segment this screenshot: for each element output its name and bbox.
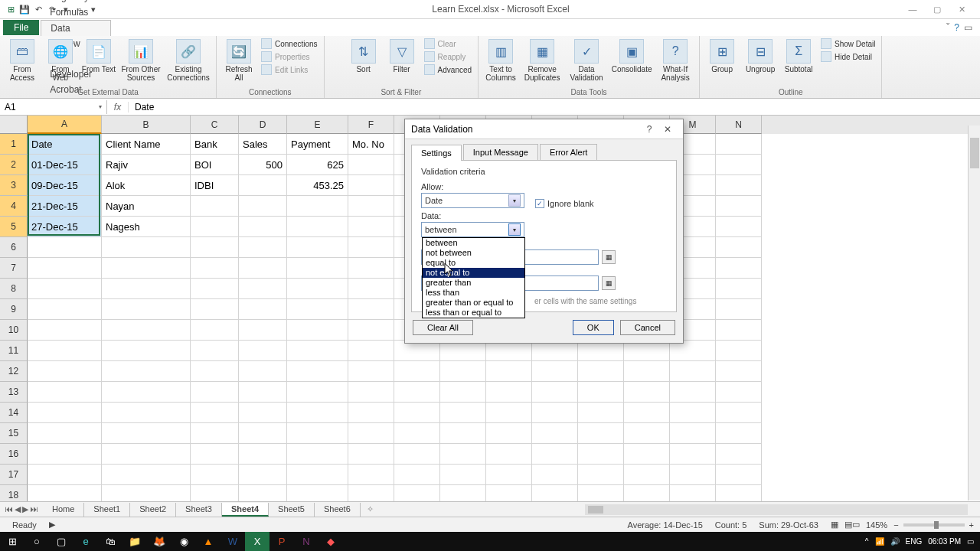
cell[interactable] — [670, 403, 716, 423]
cell[interactable]: 09-Dec-15 — [28, 175, 102, 196]
close-button[interactable]: ✕ — [951, 2, 972, 16]
row-header[interactable]: 8 — [0, 279, 28, 299]
cell[interactable] — [394, 465, 440, 485]
cell[interactable] — [716, 423, 762, 444]
dropdown-option[interactable]: not between — [423, 248, 524, 258]
macro-icon[interactable]: ▶ — [43, 520, 61, 530]
cell[interactable] — [578, 361, 624, 382]
cortana-icon[interactable]: ○ — [24, 532, 49, 551]
row-header[interactable]: 16 — [0, 444, 28, 465]
cell[interactable] — [348, 382, 394, 403]
tray-up-icon[interactable]: ^ — [865, 537, 869, 546]
cell[interactable] — [394, 341, 440, 361]
cell[interactable] — [486, 341, 532, 361]
cell[interactable] — [578, 465, 624, 485]
dialog-tab[interactable]: Error Alert — [540, 144, 598, 160]
cancel-button[interactable]: Cancel — [620, 320, 675, 335]
cell[interactable] — [28, 341, 102, 361]
column-header[interactable]: F — [348, 116, 394, 134]
cell[interactable] — [239, 423, 287, 444]
name-box[interactable]: A1▾ — [0, 100, 107, 114]
vlc-icon[interactable]: ▲ — [196, 532, 220, 551]
cell[interactable] — [191, 423, 239, 444]
cell[interactable] — [348, 279, 394, 299]
cell[interactable] — [102, 423, 191, 444]
ungroup-button[interactable]: ⊟Ungroup — [743, 37, 778, 73]
sheet-tab[interactable]: Sheet2 — [130, 503, 176, 517]
cell[interactable] — [486, 444, 532, 465]
cell[interactable] — [394, 361, 440, 382]
cell[interactable] — [239, 237, 287, 258]
reapply-button[interactable]: Reapply — [423, 51, 473, 63]
cell[interactable] — [102, 403, 191, 423]
cell[interactable] — [191, 258, 239, 279]
cell[interactable] — [578, 382, 624, 403]
cell[interactable] — [102, 299, 191, 320]
cell[interactable] — [440, 341, 486, 361]
sheet-nav-next-icon[interactable]: ▶ — [22, 504, 28, 514]
word-icon[interactable]: W — [220, 532, 245, 551]
cell[interactable] — [670, 382, 716, 403]
cell[interactable] — [716, 444, 762, 465]
dialog-titlebar[interactable]: Data Validation ? ✕ — [405, 119, 683, 139]
dialog-close-icon[interactable]: ✕ — [658, 124, 677, 135]
cell[interactable] — [716, 134, 762, 155]
cell[interactable] — [28, 237, 102, 258]
cell[interactable] — [28, 444, 102, 465]
view-normal-icon[interactable]: ▦ — [825, 520, 844, 530]
cell[interactable]: 453.25 — [287, 175, 348, 196]
cell[interactable] — [670, 465, 716, 485]
cell[interactable] — [532, 361, 578, 382]
cell[interactable] — [102, 444, 191, 465]
cell[interactable] — [287, 341, 348, 361]
cell[interactable] — [624, 341, 670, 361]
cell[interactable] — [716, 175, 762, 196]
cell[interactable] — [532, 403, 578, 423]
cell[interactable] — [670, 341, 716, 361]
cell[interactable] — [624, 465, 670, 485]
dialog-tab[interactable]: Input Message — [463, 144, 538, 160]
select-all-corner[interactable] — [0, 116, 28, 134]
from-web-button[interactable]: 🌐From Web — [43, 37, 78, 82]
cell[interactable] — [716, 361, 762, 382]
cell[interactable] — [624, 361, 670, 382]
cell[interactable] — [578, 444, 624, 465]
whatif-button[interactable]: ?What-If Analysis — [656, 37, 694, 82]
excel-taskbar-icon[interactable]: X — [245, 532, 270, 551]
cell[interactable] — [191, 237, 239, 258]
zoom-in-icon[interactable]: + — [969, 520, 974, 530]
cell[interactable] — [239, 382, 287, 403]
cell[interactable] — [102, 361, 191, 382]
cell[interactable] — [102, 382, 191, 403]
cell[interactable] — [716, 155, 762, 175]
cell[interactable] — [348, 444, 394, 465]
file-tab[interactable]: File — [3, 20, 39, 35]
zoom-slider[interactable] — [903, 523, 965, 527]
cell[interactable] — [287, 320, 348, 341]
cell[interactable] — [716, 320, 762, 341]
column-header[interactable]: N — [716, 116, 762, 134]
cell[interactable] — [239, 403, 287, 423]
zoom-level[interactable]: 145% — [860, 520, 893, 530]
formula-input[interactable]: Date — [129, 100, 980, 114]
volume-icon[interactable]: 🔊 — [890, 537, 900, 546]
row-header[interactable]: 11 — [0, 341, 28, 361]
cell[interactable] — [532, 423, 578, 444]
dialog-tab[interactable]: Settings — [411, 145, 462, 161]
row-header[interactable]: 2 — [0, 155, 28, 175]
cell[interactable] — [239, 341, 287, 361]
zoom-out-icon[interactable]: − — [893, 520, 898, 530]
refresh-all-button[interactable]: 🔄Refresh All — [221, 37, 256, 82]
data-dropdown-list[interactable]: betweennot betweenequal tonot equal togr… — [422, 237, 525, 318]
window-opts-icon[interactable]: ▭ — [964, 22, 972, 33]
cell[interactable] — [102, 258, 191, 279]
cell[interactable] — [486, 465, 532, 485]
cell[interactable] — [440, 423, 486, 444]
cell[interactable] — [191, 320, 239, 341]
chrome-icon[interactable]: ◉ — [172, 532, 196, 551]
cell[interactable] — [532, 444, 578, 465]
dropdown-option[interactable]: between — [423, 238, 524, 248]
row-header[interactable]: 6 — [0, 237, 28, 258]
edge-icon[interactable]: e — [74, 532, 98, 551]
sheet-tab[interactable]: Home — [43, 503, 84, 517]
